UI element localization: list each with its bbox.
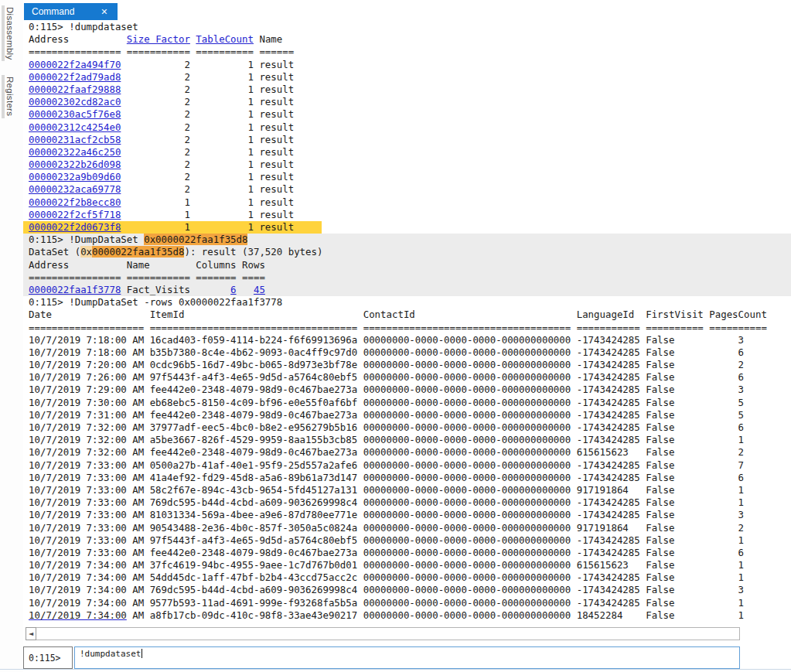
table-row: 0000022faa1f3778 Fact_Visits 6 45 <box>29 284 791 296</box>
tab-command[interactable]: Command ✕ <box>24 3 118 20</box>
table-row: 10/7/2019 7:33:00 AM 58c2f67e-894c-43cb-… <box>29 484 791 496</box>
table-row: 00000232aca69778 2 1 result <box>29 183 791 196</box>
table-row: 10/7/2019 7:26:00 AM 97f5443f-a4f3-4e65-… <box>29 371 791 384</box>
table-row: 000002312c4254e0 2 1 result <box>29 121 791 134</box>
command-pane: Command ✕ 0:115> !dumpdatasetAddress Siz… <box>23 0 791 672</box>
address-link[interactable]: 0000022f2a494f70 <box>29 59 121 70</box>
table-row: 000002302cd82ac0 2 1 result <box>29 96 791 108</box>
table-row: 00000230ac5f76e8 2 1 result <box>29 108 791 121</box>
command-prompt-label: 0:115> <box>23 646 73 669</box>
sidebar-item-registers[interactable]: Registers <box>0 75 23 118</box>
rows-count-link[interactable]: 45 <box>254 284 265 295</box>
text-caret <box>141 649 142 658</box>
command-echo-line: 0:115> !DumpDataSet 0x0000022faa1f35d8 <box>29 234 791 246</box>
table-row: 10/7/2019 7:32:00 AM fee442e0-2348-4079-… <box>29 446 791 459</box>
table-row: 10/7/2019 7:31:00 AM fee442e0-2348-4079-… <box>29 409 791 421</box>
dumpdataset-output: 0:115> !dumpdatasetAddress Size Factor T… <box>23 21 791 234</box>
address-link[interactable]: 000002312c4254e0 <box>29 121 121 133</box>
tab-title: Command <box>32 6 74 17</box>
scrollbar-track[interactable] <box>36 627 740 640</box>
table-row: 00000232a9b09d60 2 1 result <box>29 171 791 183</box>
table-row: 10/7/2019 7:18:00 AM 16cad403-f059-4114-… <box>29 334 791 346</box>
address-link[interactable]: 0000022faa1f3778 <box>29 284 121 295</box>
sidebar-item-label: Disassembly <box>5 5 15 61</box>
table-row: 10/7/2019 7:33:00 AM 0500a27b-41af-40e1-… <box>29 459 791 472</box>
scroll-left-arrow-icon[interactable]: ◄ <box>26 627 36 640</box>
highlighted-row: 0000022f2d0673f8 1 1 result <box>23 221 322 234</box>
tab-bar: Command ✕ <box>23 0 791 20</box>
column-link-tablecount[interactable]: TableCount <box>196 33 254 45</box>
columns-count-link[interactable]: 6 <box>230 284 236 295</box>
table-row: 10/7/2019 7:34:00 AM 9577b593-11ad-4691-… <box>29 597 791 609</box>
table-row: 000002322a46c250 2 1 result <box>29 146 791 159</box>
address-link[interactable]: 000002322a46c250 <box>29 146 121 158</box>
dataset-summary-line: DataSet (0x0000022faa1f35d8): result (37… <box>29 246 791 258</box>
table-row: 0000022f2a494f70 2 1 result <box>29 59 791 71</box>
dataset-rows-output: 0:115> !DumpDataSet -rows 0x0000022faa1f… <box>23 296 791 622</box>
command-input-bar: 0:115> !dumpdataset <box>23 646 740 669</box>
table-row: 10/7/2019 7:33:00 AM 90543488-2e36-4b0c-… <box>29 522 791 534</box>
highlight-prefix-token: 0x <box>80 246 92 258</box>
table-header-row: Address Name Columns Rows <box>29 259 791 271</box>
table-header-row: Date ItemId ContactId LanguageId FirstVi… <box>29 309 791 321</box>
address-link[interactable]: 0000022f2ad79ad8 <box>29 71 121 83</box>
table-row: 10/7/2019 7:29:00 AM fee442e0-2348-4079-… <box>29 384 791 396</box>
table-row: 10/7/2019 7:32:00 AM 37977adf-eec5-4bc0-… <box>29 421 791 434</box>
column-link-size-factor[interactable]: Size Factor <box>127 33 190 45</box>
table-row: 10/7/2019 7:33:00 AM 97f5443f-a4f3-4e65-… <box>29 534 791 547</box>
command-input[interactable]: !dumpdataset <box>74 646 740 669</box>
bottom-divider <box>0 669 791 670</box>
table-row: 10/7/2019 7:33:00 AM 769dc595-b44d-4cbd-… <box>29 496 791 509</box>
table-separator-row: ==================== ===================… <box>29 322 791 334</box>
left-tab-strip: Disassembly Registers <box>0 0 23 672</box>
table-row: 00000231acf2cb58 2 1 result <box>29 134 791 146</box>
table-row: 10/7/2019 7:32:00 AM a5be3667-826f-4529-… <box>29 434 791 446</box>
table-row: 0000022f2ad79ad8 2 1 result <box>29 71 791 84</box>
address-link[interactable]: 000002322b26d098 <box>29 159 121 170</box>
table-row: 10/7/2019 7:34:00 AM 37fc4619-94bc-4955-… <box>29 559 791 571</box>
dumpdataset-detail-output: 0:115> !DumpDataSet 0x0000022faa1f35d8Da… <box>23 234 791 296</box>
table-separator-row: ================ =========== ========== … <box>29 46 791 58</box>
sidebar-item-disassembly[interactable]: Disassembly <box>0 5 23 61</box>
table-row: 0000022f2cf5f718 1 1 result <box>29 209 791 221</box>
table-row: 10/7/2019 7:33:00 AM 81031334-569a-4bee-… <box>29 509 791 521</box>
table-header-row: Address Size Factor TableCount Name <box>29 33 791 46</box>
table-row: 10/7/2019 7:18:00 AM b35b7380-8c4e-4b62-… <box>29 346 791 359</box>
highlighted-address-token: 0000022faa1f35d8 <box>92 246 184 258</box>
table-separator-row: ================ =========== ======= ===… <box>29 271 791 284</box>
table-row: 10/7/2019 7:34:00 AM 769dc595-b44d-4cbd-… <box>29 584 791 596</box>
table-row: 000002322b26d098 2 1 result <box>29 159 791 171</box>
horizontal-scrollbar[interactable]: ◄ <box>26 627 740 640</box>
address-link[interactable]: 000002302cd82ac0 <box>29 96 121 107</box>
address-link[interactable]: 00000232aca69778 <box>29 183 121 195</box>
address-link[interactable]: 00000230ac5f76e8 <box>29 108 121 120</box>
address-link[interactable]: 0000022f2b8ecc80 <box>29 196 121 208</box>
table-row: 10/7/2019 7:33:00 AM fee442e0-2348-4079-… <box>29 547 791 559</box>
sidebar-item-label: Registers <box>5 75 15 118</box>
command-echo-line: 0:115> !DumpDataSet -rows 0x0000022faa1f… <box>29 296 791 309</box>
table-row: 10/7/2019 7:34:00 AM 54dd45dc-1aff-47bf-… <box>29 571 791 584</box>
date-link[interactable]: 10/7/2019 7:34:00 <box>29 609 127 621</box>
address-link[interactable]: 00000231acf2cb58 <box>29 134 121 145</box>
address-link[interactable]: 00000232a9b09d60 <box>29 171 121 182</box>
table-row: 10/7/2019 7:34:00 AM a8fb17cb-09dc-410c-… <box>29 609 791 622</box>
address-link[interactable]: 0000022f2cf5f718 <box>29 209 121 220</box>
highlighted-address-token: 0x0000022faa1f35d8 <box>144 234 247 245</box>
command-input-text: !dumpdataset <box>80 649 141 659</box>
table-row: 0000022f2b8ecc80 1 1 result <box>29 196 791 209</box>
table-row: 10/7/2019 7:30:00 AM eb68ebc5-8150-4c09-… <box>29 397 791 409</box>
command-output: 0:115> !dumpdatasetAddress Size Factor T… <box>23 20 791 622</box>
address-link[interactable]: 0000022f2d0673f8 <box>29 221 121 233</box>
table-row: 0000022faaf29888 2 1 result <box>29 84 791 96</box>
table-row: 10/7/2019 7:33:00 AM 41a4ef92-fd29-45d8-… <box>29 472 791 484</box>
close-icon[interactable]: ✕ <box>101 8 107 16</box>
command-echo-line: 0:115> !dumpdataset <box>29 21 791 33</box>
table-row: 10/7/2019 7:20:00 AM 0cdc96b5-16d7-49bc-… <box>29 359 791 371</box>
debugger-window: Disassembly Registers Command ✕ 0:115> !… <box>0 0 791 672</box>
table-row: 0000022f2d0673f8 1 1 result <box>29 221 791 234</box>
address-link[interactable]: 0000022faaf29888 <box>29 84 121 95</box>
